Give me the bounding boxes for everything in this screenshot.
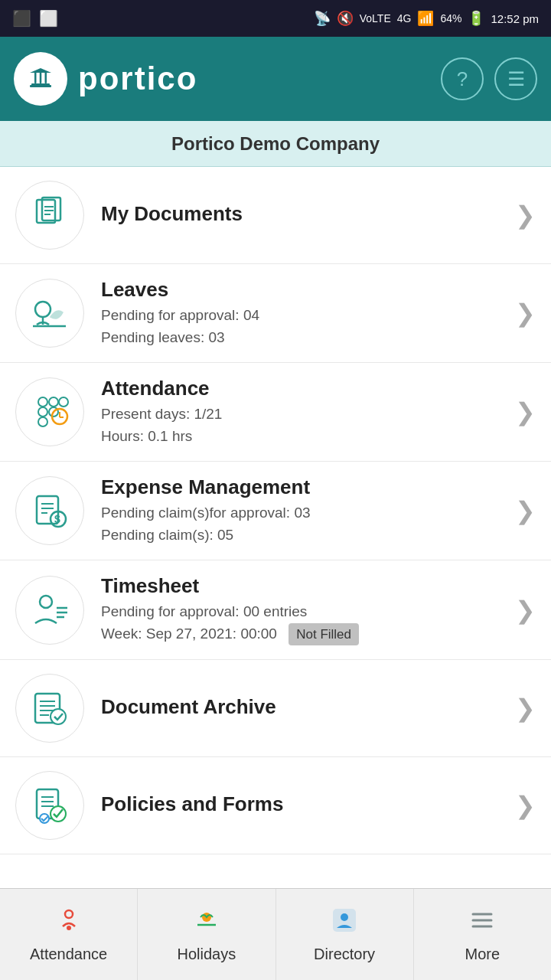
expense-content: Expense Management Pending claim(s)for a… bbox=[101, 475, 507, 546]
leaves-sub1: Pending for approval: 04 bbox=[101, 305, 507, 327]
volte-icon: VoLTE bbox=[360, 12, 391, 24]
leaves-content: Leaves Pending for approval: 04 Pending … bbox=[101, 278, 507, 348]
main-content: My Documents ❯ Leaves Pending for approv… bbox=[0, 167, 551, 946]
nav-more-label: More bbox=[465, 946, 500, 963]
nav-directory-icon bbox=[331, 906, 358, 941]
document-archive-arrow: ❯ bbox=[515, 694, 536, 723]
attendance-sub2: Hours: 0.1 hrs bbox=[101, 426, 507, 448]
nav-holidays[interactable]: Holidays bbox=[138, 889, 276, 980]
svg-point-17 bbox=[38, 407, 47, 416]
policies-content: Policies and Forms bbox=[101, 792, 507, 819]
menu-item-timesheet[interactable]: Timesheet Pending for approval: 00 entri… bbox=[0, 560, 551, 660]
policies-arrow: ❯ bbox=[515, 791, 536, 820]
nav-attendance-icon bbox=[55, 906, 83, 941]
nav-holidays-label: Holidays bbox=[178, 946, 236, 963]
svg-rect-4 bbox=[40, 71, 42, 83]
status-left-icons: ⬛ ⬜ bbox=[12, 9, 58, 28]
svg-rect-2 bbox=[30, 85, 51, 87]
timesheet-sub1: Pending for approval: 00 entries bbox=[101, 601, 507, 623]
nav-attendance-label: Attendance bbox=[30, 946, 107, 963]
menu-item-expense-management[interactable]: $ Expense Management Pending claim(s)for… bbox=[0, 462, 551, 560]
svg-point-11 bbox=[35, 302, 51, 317]
timesheet-arrow: ❯ bbox=[515, 596, 536, 625]
svg-point-45 bbox=[65, 910, 73, 918]
status-right-icons: 📡 🔇 VoLTE 4G 📶 64% 🔋 12:52 pm bbox=[314, 10, 539, 27]
expense-icon: $ bbox=[15, 476, 84, 545]
nav-directory[interactable]: Directory bbox=[276, 889, 414, 980]
leaves-title: Leaves bbox=[101, 278, 507, 302]
expense-arrow: ❯ bbox=[515, 496, 536, 525]
svg-point-50 bbox=[341, 913, 348, 921]
my-documents-arrow: ❯ bbox=[515, 201, 536, 230]
attendance-arrow: ❯ bbox=[515, 397, 536, 426]
logo-area: portico bbox=[14, 52, 197, 106]
timesheet-icon bbox=[15, 576, 84, 645]
policies-title: Policies and Forms bbox=[101, 792, 507, 816]
svg-text:$: $ bbox=[54, 513, 60, 525]
logo-icon bbox=[14, 52, 67, 106]
expense-sub2: Pending claim(s): 05 bbox=[101, 524, 507, 547]
menu-item-policies-forms[interactable]: Policies and Forms ❯ bbox=[0, 757, 551, 854]
nav-more[interactable]: More bbox=[414, 889, 551, 980]
bottom-navigation: Attendance Holidays Directory bbox=[0, 888, 551, 980]
battery-percent: 64% bbox=[440, 12, 461, 24]
my-documents-icon bbox=[15, 181, 84, 250]
svg-point-16 bbox=[59, 397, 68, 407]
nav-more-icon bbox=[468, 906, 496, 941]
timesheet-title: Timesheet bbox=[101, 574, 507, 598]
camera-icon: ⬛ bbox=[12, 9, 31, 28]
svg-rect-3 bbox=[34, 71, 37, 83]
svg-point-38 bbox=[51, 709, 66, 724]
nav-holidays-icon bbox=[193, 906, 220, 941]
svg-point-15 bbox=[49, 397, 58, 407]
menu-item-attendance[interactable]: Attendance Present days: 1/21 Hours: 0.1… bbox=[0, 363, 551, 462]
expense-title: Expense Management bbox=[101, 475, 507, 499]
menu-list: My Documents ❯ Leaves Pending for approv… bbox=[0, 167, 551, 854]
help-button[interactable]: ? bbox=[441, 57, 484, 100]
battery-icon: 🔋 bbox=[468, 10, 484, 27]
status-bar: ⬛ ⬜ 📡 🔇 VoLTE 4G 📶 64% 🔋 12:52 pm bbox=[0, 0, 551, 37]
app-name: portico bbox=[78, 60, 197, 97]
cast-icon: 📡 bbox=[314, 10, 331, 27]
svg-point-14 bbox=[38, 397, 47, 407]
app-header: portico ? ☰ bbox=[0, 37, 551, 121]
svg-point-44 bbox=[40, 814, 49, 823]
my-documents-content: My Documents bbox=[101, 202, 507, 229]
timesheet-sub2: Week: Sep 27, 2021: 00:00 Not Filled bbox=[101, 623, 507, 646]
leaves-icon bbox=[15, 279, 84, 348]
policies-icon bbox=[15, 771, 84, 840]
document-archive-icon bbox=[15, 674, 84, 743]
svg-point-29 bbox=[40, 596, 52, 608]
signal-icon: 📶 bbox=[417, 10, 434, 27]
document-archive-content: Document Archive bbox=[101, 695, 507, 722]
company-name: Portico Demo Company bbox=[171, 133, 380, 155]
attendance-title: Attendance bbox=[101, 377, 507, 400]
expense-sub1: Pending claim(s)for approval: 03 bbox=[101, 502, 507, 524]
svg-point-46 bbox=[67, 926, 71, 930]
menu-button[interactable]: ☰ bbox=[494, 57, 537, 100]
leaves-arrow: ❯ bbox=[515, 299, 536, 328]
nav-directory-label: Directory bbox=[314, 946, 375, 963]
leaves-sub2: Pending leaves: 03 bbox=[101, 327, 507, 349]
svg-point-19 bbox=[38, 417, 47, 426]
company-banner: Portico Demo Company bbox=[0, 121, 551, 167]
menu-item-my-documents[interactable]: My Documents ❯ bbox=[0, 167, 551, 264]
svg-rect-7 bbox=[42, 198, 60, 220]
menu-item-document-archive[interactable]: Document Archive ❯ bbox=[0, 660, 551, 757]
not-filled-badge: Not Filled bbox=[289, 623, 359, 646]
4g-icon: 4G bbox=[397, 12, 412, 24]
menu-item-leaves[interactable]: Leaves Pending for approval: 04 Pending … bbox=[0, 264, 551, 363]
nav-attendance[interactable]: Attendance bbox=[0, 889, 138, 980]
attendance-icon bbox=[15, 377, 84, 446]
timesheet-content: Timesheet Pending for approval: 00 entri… bbox=[101, 574, 507, 645]
my-documents-title: My Documents bbox=[101, 202, 507, 226]
mute-icon: 🔇 bbox=[337, 10, 354, 27]
attendance-sub1: Present days: 1/21 bbox=[101, 403, 507, 426]
document-archive-title: Document Archive bbox=[101, 695, 507, 719]
svg-rect-5 bbox=[45, 71, 47, 83]
attendance-content: Attendance Present days: 1/21 Hours: 0.1… bbox=[101, 377, 507, 447]
clock-time: 12:52 pm bbox=[491, 12, 539, 25]
header-actions: ? ☰ bbox=[441, 57, 537, 100]
sd-icon: ⬜ bbox=[39, 9, 58, 28]
